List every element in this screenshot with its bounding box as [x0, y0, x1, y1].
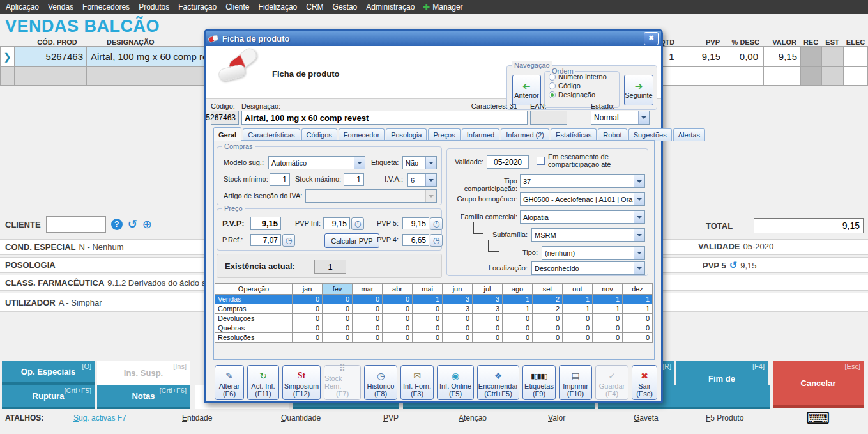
pvp-inf-field[interactable]: 9,15 — [323, 217, 350, 229]
menu-item-7[interactable]: Fidelização — [254, 1, 302, 13]
pref-history-button[interactable]: ◷ — [282, 234, 295, 247]
act-inf--button[interactable]: ↻Act. Inf.(F11) — [247, 365, 279, 400]
col-month-out[interactable]: out — [563, 284, 593, 295]
encomendar-button[interactable]: ❖Encomendar(Ctrl+F5) — [477, 365, 519, 400]
estado-combo[interactable]: Normal — [591, 111, 650, 125]
pref-field[interactable]: 7,07 — [250, 234, 281, 246]
col-month-abr[interactable]: abr — [383, 284, 413, 295]
tab-geral[interactable]: Geral — [213, 127, 241, 141]
tab-pre-os[interactable]: Preços — [428, 128, 460, 141]
shortcut-gaveta[interactable]: Gaveta — [634, 414, 659, 422]
validade-field[interactable]: 05-2020 — [487, 155, 529, 169]
stats-row-devolu-es[interactable]: Devoluções000000000000 — [215, 314, 653, 323]
help-icon[interactable]: ? — [111, 219, 123, 230]
pvp4-field[interactable]: 6,65 — [402, 234, 429, 246]
shortcut-sug-activas-f7[interactable]: Sug. activas F7 — [73, 414, 126, 422]
pvp-inf-history-button[interactable]: ◷ — [351, 217, 364, 230]
tab-caracter-sticas[interactable]: Características — [243, 128, 300, 141]
grupo-homogeneo-combo[interactable]: GH0500 - Aceclofenac | A101 | Ora — [520, 192, 645, 206]
designacao-field[interactable]: Airtal, 100 mg x 60 comp revest — [241, 111, 528, 125]
hist-rico-button[interactable]: ◷Histórico(F8) — [364, 365, 397, 400]
shortcut-quantidade[interactable]: Quantidade — [281, 414, 321, 422]
localizacao-combo[interactable]: Desconhecido — [531, 261, 645, 275]
tipo-combo[interactable]: (nenhum) — [542, 246, 645, 260]
imprimir-button[interactable]: ▤Imprimir(F10) — [559, 365, 592, 400]
stats-row-resolu-es[interactable]: Resoluções000000000000 — [215, 333, 653, 343]
shortcut-aten-o[interactable]: Atenção — [459, 414, 487, 422]
keyboard-icon[interactable]: ⌨ — [806, 408, 830, 428]
stats-row-quebras[interactable]: Quebras000000000000 — [215, 323, 653, 333]
menu-item-6[interactable]: Cliente — [221, 1, 254, 13]
manager-menu[interactable]: ✚ Manager — [419, 3, 466, 12]
radio-designacao[interactable]: Designação — [549, 91, 619, 98]
modelo-sug-combo[interactable]: Automático — [268, 156, 365, 169]
shortcut-pvp[interactable]: PVP — [383, 414, 399, 422]
col-month-ago[interactable]: ago — [503, 284, 533, 295]
iva-combo[interactable]: 6 — [407, 173, 437, 187]
cliente-input[interactable] — [46, 216, 106, 233]
etiquetas-button[interactable]: ▮▯▮▮▯Etiquetas(F9) — [522, 365, 556, 400]
anterior-button[interactable]: ➔ Anterior — [512, 75, 541, 105]
add-cliente-icon[interactable]: ⊕ — [142, 219, 152, 230]
op-especiais-button[interactable]: [O] Op. Especiais — [2, 361, 95, 385]
menu-item-2[interactable]: Vendas — [43, 1, 78, 13]
tab-infarmed-2-[interactable]: Infarmed (2) — [501, 128, 549, 141]
familia-comercial-combo[interactable]: Alopatia — [520, 210, 645, 224]
stats-row-vendas[interactable]: Vendas000013312111 — [215, 295, 653, 304]
col-month-dez[interactable]: dez — [623, 284, 653, 295]
stock-min-field[interactable]: 1 — [270, 173, 290, 186]
calcular-pvp-button[interactable]: Calcular PVP — [324, 233, 379, 248]
tab-sugest-es[interactable]: Sugestões — [628, 128, 672, 141]
pvp5-history-button[interactable]: ◷ — [430, 217, 443, 230]
stock-max-field[interactable]: 1 — [344, 173, 364, 186]
history-icon[interactable]: ↺ — [128, 219, 137, 230]
col-month-mai[interactable]: mai — [413, 284, 443, 295]
ruptura-button[interactable]: [Crtl+F5] Ruptura — [2, 385, 95, 409]
etiqueta-combo[interactable]: Não — [402, 156, 437, 169]
col-month-fev[interactable]: fev — [323, 284, 353, 295]
pvp5-history-icon[interactable]: ↺ — [729, 260, 738, 271]
notas-button[interactable]: [Crtl+F6] Notas — [97, 385, 190, 409]
inf-online-button[interactable]: ◉Inf. Online(F5) — [437, 365, 474, 400]
seguinte-button[interactable]: ➔ Seguinte — [624, 75, 653, 105]
pvp-field[interactable]: 9,15 — [250, 217, 281, 230]
tab-alertas[interactable]: Alertas — [673, 128, 705, 141]
monthly-stats-table[interactable]: Operaçãojanfevmarabrmaijunjulagosetoutno… — [215, 283, 653, 343]
cancelar-button[interactable]: [Esc] Cancelar — [773, 361, 864, 408]
menu-item-10[interactable]: Administração — [362, 1, 419, 13]
col-month-nov[interactable]: nov — [593, 284, 623, 295]
close-icon[interactable]: ✖ — [644, 32, 659, 45]
dialog-titlebar[interactable]: Ficha de produto ✖ — [206, 31, 661, 46]
shortcut-entidade[interactable]: Entidade — [182, 414, 212, 422]
radio-codigo[interactable]: Código — [549, 82, 619, 89]
tab-fornecedor[interactable]: Fornecedor — [339, 128, 385, 141]
tipo-comp-combo[interactable]: 37 — [520, 174, 645, 188]
pvp5-field[interactable]: 9,15 — [402, 217, 429, 229]
menu-item-5[interactable]: Facturação — [174, 1, 221, 13]
menu-item-3[interactable]: Fornecedores — [78, 1, 134, 13]
simposium-button[interactable]: StSimposium(F12) — [282, 365, 321, 400]
menu-item-9[interactable]: Gestão — [328, 1, 362, 13]
shortcut-valor[interactable]: Valor — [548, 414, 565, 422]
sair-button[interactable]: ✖Sair(Esc) — [632, 365, 657, 400]
menu-item-1[interactable]: Aplicação — [1, 1, 43, 13]
col-month-mar[interactable]: mar — [353, 284, 383, 295]
menu-item-8[interactable]: CRM — [301, 1, 328, 13]
tab-c-digos[interactable]: Códigos — [301, 128, 337, 141]
tab-posologia[interactable]: Posologia — [386, 128, 427, 141]
escoamento-checkbox[interactable] — [537, 157, 545, 165]
inf-forn--button[interactable]: ✉Inf. Forn.(F3) — [400, 365, 434, 400]
tab-estat-sticas[interactable]: Estatísticas — [551, 128, 597, 141]
alterar-button[interactable]: ✎Alterar(F6) — [215, 365, 244, 400]
col-month-jun[interactable]: jun — [443, 284, 473, 295]
col-month-jan[interactable]: jan — [293, 284, 323, 295]
menu-item-4[interactable]: Produtos — [134, 1, 174, 13]
shortcut-f5-produto[interactable]: F5 Produto — [706, 414, 743, 422]
subfamilia-combo[interactable]: MSRM — [531, 228, 645, 242]
tab-infarmed[interactable]: Infarmed — [462, 128, 499, 141]
col-month-jul[interactable]: jul — [473, 284, 503, 295]
stats-row-compras[interactable]: Compras000003312111 — [215, 304, 653, 314]
col-month-set[interactable]: set — [533, 284, 563, 295]
pvp4-history-button[interactable]: ◷ — [430, 234, 443, 247]
tab-robot[interactable]: Robot — [598, 128, 627, 141]
